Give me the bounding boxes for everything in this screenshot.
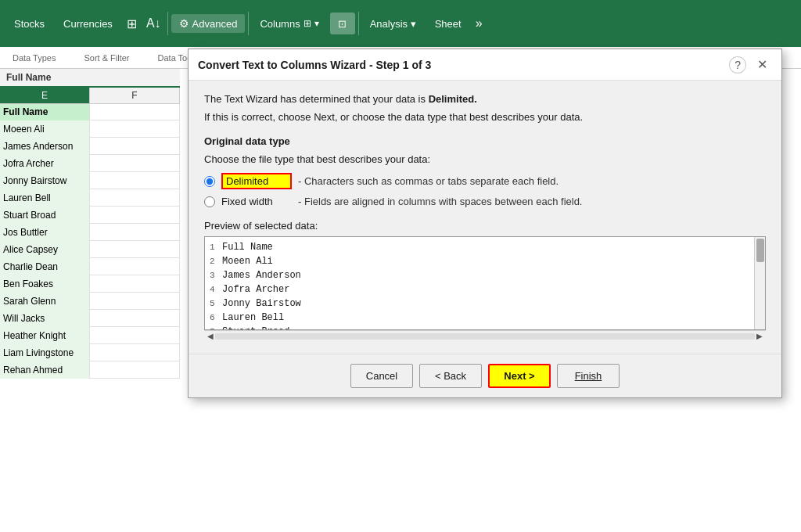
ribbon-divider2: [248, 12, 249, 35]
dialog-titlebar: Convert Text to Columns Wizard - Step 1 …: [189, 49, 781, 81]
sort-icon: A↓: [143, 16, 164, 31]
cell-f9: [90, 258, 180, 275]
finish-label: Finish: [575, 370, 602, 382]
name-box: Full Name: [0, 69, 180, 88]
preview-row-num: 2: [210, 254, 221, 268]
preview-row-text: Stuart Broad: [222, 325, 289, 329]
cell-e3: Jofra Archer: [0, 155, 90, 172]
table-row: Jonny Bairstow: [0, 172, 180, 189]
ribbon: Stocks Currencies ⊞ A↓ ⚙ Advanced Column…: [0, 0, 801, 47]
ribbon-tab-stocks[interactable]: Stocks: [6, 15, 52, 33]
col-header-e: E: [0, 88, 90, 103]
cell-f15: [90, 361, 180, 379]
sheet-table: Full Name Moeen Ali James Anderson Jofra…: [0, 103, 180, 379]
cell-e14: Liam Livingstone: [0, 344, 90, 361]
data-types-label: Data Types: [6, 53, 62, 63]
wizard-dialog: Convert Text to Columns Wizard - Step 1 …: [188, 49, 782, 398]
radio-fixed-input[interactable]: [204, 196, 215, 207]
column-headers: E F: [0, 88, 180, 104]
cell-f11: [90, 293, 180, 310]
cell-f-header: [90, 103, 180, 120]
table-row: Stuart Broad: [0, 207, 180, 224]
radio-delimited-desc: - Characters such as commas or tabs sepa…: [298, 175, 559, 187]
help-button[interactable]: ?: [729, 56, 746, 74]
h-scrollbar-track[interactable]: [215, 333, 755, 340]
dialog-title: Convert Text to Columns Wizard - Step 1 …: [198, 59, 431, 71]
section-label: Original data type: [204, 135, 766, 147]
cell-f3: [90, 155, 180, 172]
advanced-icon: ⚙: [179, 17, 189, 30]
cell-f4: [90, 172, 180, 189]
cell-e7: Jos Buttler: [0, 224, 90, 241]
table-row: Alice Capsey: [0, 241, 180, 258]
close-button[interactable]: ✕: [753, 56, 772, 74]
analysis-button[interactable]: Analysis ▾: [362, 15, 424, 33]
table-row: Sarah Glenn: [0, 293, 180, 310]
advanced-button[interactable]: ⚙ Advanced: [171, 14, 246, 33]
cell-f10: [90, 275, 180, 293]
cell-f13: [90, 327, 180, 344]
cell-e10: Ben Foakes: [0, 275, 90, 293]
dialog-body: The Text Wizard has determined that your…: [189, 81, 781, 354]
cell-e5: Lauren Bell: [0, 189, 90, 207]
table-icon[interactable]: ⊡: [330, 13, 355, 34]
columns-button[interactable]: Columns ⊞ ▾: [252, 15, 326, 33]
table-row: Jofra Archer: [0, 155, 180, 172]
finish-button[interactable]: Finish: [557, 364, 620, 388]
cell-e4: Jonny Bairstow: [0, 172, 90, 189]
scroll-left-icon[interactable]: ◀: [206, 332, 215, 340]
preview-h-scrollbar: ◀ ▶: [204, 330, 766, 341]
ribbon-divider3: [358, 12, 359, 35]
cancel-button[interactable]: Cancel: [350, 364, 413, 388]
table-row: Rehan Ahmed: [0, 361, 180, 379]
preview-scrollbar[interactable]: [754, 237, 765, 329]
next-button[interactable]: Next >: [488, 364, 551, 388]
table-row: Charlie Dean: [0, 258, 180, 275]
cell-e15: Rehan Ahmed: [0, 361, 90, 379]
preview-row: 6Lauren Bell: [210, 311, 760, 325]
sort-filter-label: Sort & Filter: [77, 53, 135, 63]
preview-box: 1Full Name2Moeen Ali3James Anderson4Jofr…: [204, 236, 766, 330]
preview-row-num: 4: [210, 282, 221, 297]
wizard-info: If this is correct, choose Next, or choo…: [204, 111, 766, 123]
table-row: Heather Knight: [0, 327, 180, 344]
cell-e9: Charlie Dean: [0, 258, 90, 275]
cell-f5: [90, 189, 180, 207]
cell-e8: Alice Capsey: [0, 241, 90, 258]
radio-delimited-label: Delimited: [221, 173, 292, 189]
preview-row-num: 5: [210, 297, 221, 311]
preview-row-text: Jofra Archer: [222, 282, 289, 297]
radio-delimited-input[interactable]: [204, 176, 215, 187]
ribbon-tab-currencies[interactable]: Currencies: [56, 15, 120, 33]
cell-e12: Will Jacks: [0, 310, 90, 327]
table-row: Moeen Ali: [0, 120, 180, 138]
radio-delimited: Delimited - Characters such as commas or…: [204, 173, 766, 189]
preview-row-num: 1: [210, 240, 221, 254]
cell-e6: Stuart Broad: [0, 207, 90, 224]
preview-row: 1Full Name: [210, 240, 760, 254]
scroll-right-icon[interactable]: ▶: [755, 332, 764, 340]
radio-fixed-desc: - Fields are aligned in columns with spa…: [298, 196, 582, 207]
dropdown-icon: ⊞: [124, 16, 140, 31]
preview-row-text: Lauren Bell: [222, 311, 284, 325]
back-button[interactable]: < Back: [419, 364, 482, 388]
dialog-controls: ? ✕: [729, 56, 772, 74]
cell-header: Full Name: [0, 103, 90, 120]
cell-f6: [90, 207, 180, 224]
cell-f2: [90, 138, 180, 155]
sheet-button[interactable]: Sheet: [427, 15, 469, 33]
cell-e11: Sarah Glenn: [0, 293, 90, 310]
preview-row: 5Jonny Bairstow: [210, 297, 760, 311]
preview-row-num: 3: [210, 268, 221, 282]
preview-row-text: James Anderson: [222, 268, 301, 282]
preview-row-num: 7: [210, 325, 221, 329]
cell-f8: [90, 241, 180, 258]
cell-e2: James Anderson: [0, 138, 90, 155]
more-icon: »: [476, 16, 483, 31]
cell-e1: Moeen Ali: [0, 120, 90, 138]
table-row: Jos Buttler: [0, 224, 180, 241]
wizard-description: The Text Wizard has determined that your…: [204, 93, 766, 105]
cell-f1: [90, 120, 180, 138]
columns-icon: ⊞: [304, 18, 311, 29]
preview-row-text: Moeen Ali: [222, 254, 273, 268]
